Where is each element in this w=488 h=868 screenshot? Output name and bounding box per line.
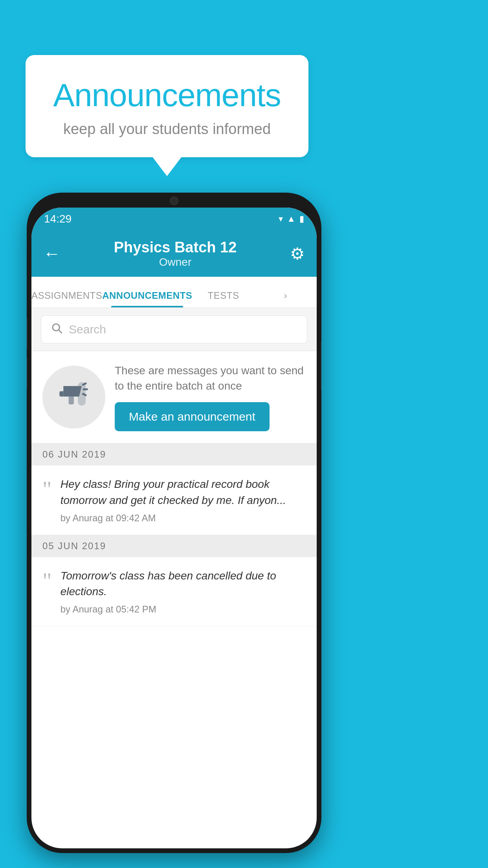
quote-icon-1: " xyxy=(42,478,52,523)
phone-notch xyxy=(143,193,205,208)
app-bar-title: Physics Batch 12 xyxy=(114,239,237,256)
phone-screen: 14:29 ▾ ▲ ▮ ← Physics Batch 12 Owner ⚙ A… xyxy=(31,208,317,848)
svg-line-2 xyxy=(83,384,86,385)
app-bar: ← Physics Batch 12 Owner ⚙ xyxy=(31,230,317,277)
search-placeholder: Search xyxy=(69,323,106,336)
phone-camera xyxy=(170,197,178,205)
svg-line-1 xyxy=(59,330,62,333)
promo-description: These are messages you want to send to t… xyxy=(115,363,306,394)
tab-assignments[interactable]: ASSIGNMENTS xyxy=(31,290,102,307)
promo-icon-circle xyxy=(42,366,105,428)
speech-bubble-subtitle: keep all your students informed xyxy=(49,121,285,138)
date-separator-2: 05 JUN 2019 xyxy=(31,535,317,557)
tab-announcements[interactable]: ANNOUNCEMENTS xyxy=(102,290,192,307)
tab-bar: ASSIGNMENTS ANNOUNCEMENTS TESTS › xyxy=(31,277,317,308)
announcement-meta-2: by Anurag at 05:42 PM xyxy=(61,604,306,615)
make-announcement-button[interactable]: Make an announcement xyxy=(115,402,270,431)
megaphone-icon xyxy=(58,378,90,416)
search-icon xyxy=(51,322,62,337)
status-time: 14:29 xyxy=(44,213,72,225)
volume-down-button[interactable] xyxy=(27,358,28,389)
speech-bubble-container: Announcements keep all your students inf… xyxy=(26,55,308,157)
wifi-icon: ▾ xyxy=(279,214,283,224)
speech-bubble-title: Announcements xyxy=(49,77,285,114)
promo-content: These are messages you want to send to t… xyxy=(115,363,306,431)
announcement-text-1: Hey class! Bring your practical record b… xyxy=(61,476,306,508)
search-container: Search xyxy=(31,308,317,351)
announcement-content-1: Hey class! Bring your practical record b… xyxy=(61,476,306,523)
app-bar-subtitle: Owner xyxy=(114,256,237,268)
announcement-text-2: Tomorrow's class has been cancelled due … xyxy=(61,568,306,600)
status-icons: ▾ ▲ ▮ xyxy=(279,214,304,224)
app-bar-title-group: Physics Batch 12 Owner xyxy=(114,239,237,268)
power-button[interactable] xyxy=(321,342,321,389)
svg-line-3 xyxy=(83,394,86,395)
announcement-promo: These are messages you want to send to t… xyxy=(31,351,317,443)
announcement-item-2[interactable]: " Tomorrow's class has been cancelled du… xyxy=(31,557,317,626)
date-separator-1: 06 JUN 2019 xyxy=(31,443,317,465)
announcement-item-1[interactable]: " Hey class! Bring your practical record… xyxy=(31,465,317,535)
phone-frame: 14:29 ▾ ▲ ▮ ← Physics Batch 12 Owner ⚙ A… xyxy=(27,193,321,853)
speech-bubble: Announcements keep all your students inf… xyxy=(26,55,308,157)
status-bar: 14:29 ▾ ▲ ▮ xyxy=(31,208,317,230)
signal-icon: ▲ xyxy=(287,214,295,224)
tab-more[interactable]: › xyxy=(255,290,317,307)
tab-tests[interactable]: TESTS xyxy=(192,290,254,307)
announcement-meta-1: by Anurag at 09:42 AM xyxy=(61,513,306,524)
back-button[interactable]: ← xyxy=(43,244,61,263)
announcement-content-2: Tomorrow's class has been cancelled due … xyxy=(61,568,306,615)
quote-icon-2: " xyxy=(42,570,52,615)
search-bar[interactable]: Search xyxy=(41,315,307,344)
volume-up-button[interactable] xyxy=(27,318,28,350)
settings-icon[interactable]: ⚙ xyxy=(290,244,305,263)
battery-icon: ▮ xyxy=(299,214,304,224)
